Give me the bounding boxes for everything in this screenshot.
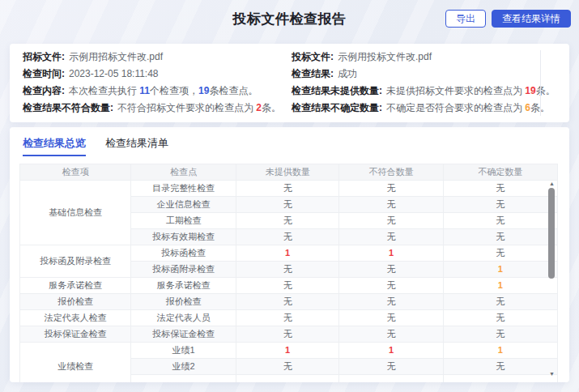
check-item-cell: 基础信息检查	[20, 181, 131, 245]
count-cell: 无	[443, 294, 557, 310]
count-cell: 无	[443, 181, 557, 197]
count-cell: 无	[443, 245, 557, 262]
col-header-not-conform: 不符合数量	[339, 164, 443, 181]
check-item-cell: 报价检查	[20, 294, 131, 310]
count-cell: 无	[443, 359, 557, 375]
notprovided-count-line: 检查结果未提供数量:未提供招标文件要求的检查点为 19条。	[292, 83, 556, 100]
tender-file-value: 示例用招标文件改.pdf	[69, 51, 163, 62]
nonconform-count-text: 条。	[262, 102, 281, 113]
col-header-uncertain: 不确定数量	[443, 164, 557, 181]
count-cell: 无	[339, 213, 443, 229]
count-cell	[443, 375, 557, 383]
check-point-cell: 法定代表人员	[131, 310, 236, 326]
results-table: 检查项 检查点 未提供数量 不符合数量 不确定数量 基础信息检查目录完整性检查无…	[19, 164, 558, 382]
results-panel: 检查结果总览 检查结果清单 检查项 检查点 未提供数量 不符合数量 不确定数量 …	[10, 127, 569, 382]
table-scrollbar[interactable]: ▲ ▼	[547, 181, 556, 378]
bid-file-value: 示例用投标文件改.pdf	[338, 51, 432, 62]
nonconform-count-line: 检查结果不符合数量:不符合招标文件要求的检查点为 2条。	[23, 100, 292, 117]
table-row: 基础信息检查目录完整性检查无无无	[20, 181, 558, 197]
check-content-text: 个检查项，	[150, 85, 198, 96]
count-cell: 无	[236, 310, 338, 326]
scroll-up-icon[interactable]: ▲	[547, 181, 556, 186]
count-cell: 1	[339, 245, 443, 262]
results-table-container: 检查项 检查点 未提供数量 不符合数量 不确定数量 基础信息检查目录完整性检查无…	[19, 164, 560, 382]
nonconform-count-label: 检查结果不符合数量:	[23, 102, 113, 113]
check-time-value: 2023-12-05 18:11:48	[69, 68, 159, 79]
count-cell	[236, 375, 338, 383]
tab-result-list[interactable]: 检查结果清单	[105, 136, 168, 156]
tender-file-label: 招标文件:	[23, 51, 65, 62]
notprovided-count-value: 19	[525, 85, 535, 96]
check-time-label: 检查时间:	[23, 68, 65, 79]
view-details-button[interactable]: 查看结果详情	[492, 10, 571, 28]
tab-result-overview[interactable]: 检查结果总览	[23, 136, 86, 156]
count-cell: 无	[339, 197, 443, 213]
check-point-cell: 投标函检查	[131, 245, 236, 262]
table-header-row: 检查项 检查点 未提供数量 不符合数量 不确定数量	[20, 164, 558, 181]
check-point-cell: 工期检查	[131, 213, 236, 229]
count-cell: 无	[339, 262, 443, 278]
check-content-line: 检查内容:本次检查共执行 11个检查项，19条检查点。	[23, 83, 292, 100]
count-cell: 1	[236, 245, 338, 262]
count-cell: 无	[339, 294, 443, 310]
count-cell: 1	[443, 343, 557, 359]
notprovided-count-text: 未提供招标文件要求的检查点为	[386, 85, 525, 96]
notprovided-count-text: 条。	[536, 85, 556, 96]
results-tabs: 检查结果总览 检查结果清单	[18, 136, 561, 156]
header-actions: 导出 查看结果详情	[445, 10, 571, 28]
count-cell: 无	[443, 310, 557, 326]
check-result-value: 成功	[338, 68, 357, 79]
table-row: 业绩检查业绩1111	[20, 343, 558, 359]
count-cell: 无	[339, 278, 443, 294]
table-row: 投标函及附录检查投标函检查11无	[20, 245, 558, 262]
count-cell: 1	[443, 262, 557, 278]
check-item-cell: 法定代表人检查	[20, 310, 131, 326]
export-button[interactable]: 导出	[445, 10, 486, 28]
check-result-line: 检查结果:成功	[292, 66, 556, 83]
count-cell: 无	[339, 229, 443, 245]
check-point-cell: 业绩2	[131, 359, 236, 375]
check-result-label: 检查结果:	[292, 68, 334, 79]
scroll-down-icon[interactable]: ▼	[547, 371, 556, 377]
check-points-count: 19	[198, 85, 209, 96]
check-point-cell: 报价检查	[131, 294, 236, 310]
count-cell: 无	[443, 326, 557, 343]
count-cell: 无	[236, 326, 338, 343]
scrollbar-thumb[interactable]	[548, 188, 555, 279]
table-row: 法定代表人检查法定代表人员无无无	[20, 310, 558, 326]
results-table-body: 基础信息检查目录完整性检查无无无企业信息检查无无无工期检查无无无投标有效期检查无…	[20, 181, 558, 383]
count-cell: 无	[236, 229, 338, 245]
count-cell: 无	[236, 294, 338, 310]
count-cell: 无	[236, 278, 338, 294]
summary-right-column: 投标文件:示例用投标文件改.pdf 检查结果:成功 检查结果未提供数量:未提供招…	[292, 49, 556, 117]
count-cell: 无	[443, 197, 557, 213]
check-content-text: 本次检查共执行	[69, 85, 139, 96]
check-point-cell: 服务承诺检查	[131, 278, 236, 294]
check-point-cell: 企业信息检查	[131, 197, 236, 213]
uncertain-count-text: 不确定是否符合要求的检查点为	[386, 102, 525, 113]
summary-left-column: 招标文件:示例用招标文件改.pdf 检查时间:2023-12-05 18:11:…	[23, 49, 292, 117]
count-cell: 无	[443, 229, 557, 245]
table-row: 服务承诺检查服务承诺检查无无1	[20, 278, 558, 294]
bid-file-line: 投标文件:示例用投标文件改.pdf	[292, 49, 556, 66]
page-header: 投标文件检查报告 导出 查看结果详情	[0, 0, 579, 37]
uncertain-count-line: 检查结果不确定数量:不确定是否符合要求的检查点为 6条。	[292, 100, 556, 117]
uncertain-count-label: 检查结果不确定数量:	[292, 102, 382, 113]
count-cell: 无	[339, 359, 443, 375]
check-item-cell: 投标函及附录检查	[20, 245, 131, 278]
tender-file-line: 招标文件:示例用招标文件改.pdf	[23, 49, 292, 66]
check-item-cell: 服务承诺检查	[20, 278, 131, 294]
count-cell: 无	[339, 181, 443, 197]
table-row: 报价检查报价检查无无无	[20, 294, 558, 310]
bid-file-label: 投标文件:	[292, 51, 334, 62]
count-cell: 无	[339, 326, 443, 343]
check-point-cell: 业绩1	[131, 343, 236, 359]
check-point-cell: 投标有效期检查	[131, 229, 236, 245]
count-cell: 无	[236, 197, 338, 213]
col-header-check-item: 检查项	[20, 164, 131, 181]
count-cell: 无	[236, 181, 338, 197]
count-cell: 无	[443, 213, 557, 229]
col-header-not-provided: 未提供数量	[236, 164, 338, 181]
col-header-check-point: 检查点	[131, 164, 236, 181]
count-cell: 无	[236, 213, 338, 229]
